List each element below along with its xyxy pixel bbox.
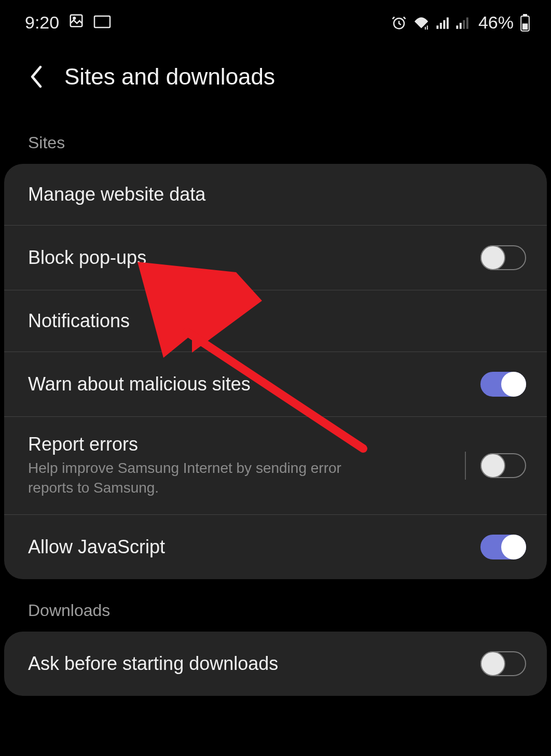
signal-icon-1 bbox=[436, 16, 449, 30]
back-button[interactable] bbox=[25, 65, 48, 88]
block-popups-label: Block pop-ups bbox=[28, 247, 480, 269]
svg-rect-6 bbox=[443, 20, 445, 29]
downloads-card: Ask before starting downloads bbox=[4, 632, 547, 696]
ask-before-downloads-toggle[interactable] bbox=[480, 651, 526, 676]
wifi-icon bbox=[413, 16, 430, 30]
block-popups-toggle[interactable] bbox=[480, 245, 526, 270]
row-notifications[interactable]: Notifications bbox=[4, 290, 547, 352]
row-ask-before-downloads[interactable]: Ask before starting downloads bbox=[4, 632, 547, 696]
svg-rect-7 bbox=[447, 17, 449, 29]
svg-rect-4 bbox=[436, 25, 438, 29]
report-errors-subtitle: Help improve Samsung Internet by sending… bbox=[28, 458, 350, 498]
svg-rect-14 bbox=[522, 23, 528, 30]
svg-rect-5 bbox=[440, 23, 442, 29]
svg-rect-9 bbox=[460, 23, 462, 29]
allow-javascript-toggle[interactable] bbox=[480, 535, 526, 559]
page-title: Sites and downloads bbox=[64, 64, 275, 90]
status-time: 9:20 bbox=[25, 12, 59, 33]
warn-malicious-toggle[interactable] bbox=[480, 372, 526, 397]
divider-icon bbox=[465, 452, 466, 480]
svg-point-1 bbox=[74, 17, 76, 19]
cast-icon bbox=[93, 12, 111, 33]
battery-icon bbox=[520, 14, 530, 32]
picture-icon bbox=[68, 12, 84, 33]
sites-card: Manage website data Block pop-ups Notifi… bbox=[4, 164, 547, 579]
report-errors-label: Report errors bbox=[28, 433, 465, 455]
warn-malicious-label: Warn about malicious sites bbox=[28, 373, 480, 395]
signal-icon-2 bbox=[456, 16, 469, 30]
row-allow-javascript[interactable]: Allow JavaScript bbox=[4, 515, 547, 579]
row-warn-malicious[interactable]: Warn about malicious sites bbox=[4, 352, 547, 417]
report-errors-toggle[interactable] bbox=[480, 453, 526, 478]
notifications-label: Notifications bbox=[28, 310, 526, 332]
row-manage-website-data[interactable]: Manage website data bbox=[4, 164, 547, 226]
svg-rect-11 bbox=[466, 17, 469, 29]
row-block-popups[interactable]: Block pop-ups bbox=[4, 226, 547, 290]
svg-rect-2 bbox=[94, 16, 110, 27]
row-report-errors[interactable]: Report errors Help improve Samsung Inter… bbox=[4, 417, 547, 515]
section-header-downloads: Downloads bbox=[0, 579, 551, 632]
ask-before-downloads-label: Ask before starting downloads bbox=[28, 653, 480, 675]
svg-rect-8 bbox=[456, 25, 458, 29]
manage-website-data-label: Manage website data bbox=[28, 184, 526, 205]
section-header-sites: Sites bbox=[0, 126, 551, 164]
page-header: Sites and downloads bbox=[0, 45, 551, 126]
svg-rect-10 bbox=[463, 20, 465, 29]
alarm-icon bbox=[391, 15, 407, 31]
status-bar: 9:20 bbox=[0, 0, 551, 45]
battery-percent: 46% bbox=[478, 12, 514, 33]
allow-javascript-label: Allow JavaScript bbox=[28, 536, 480, 558]
